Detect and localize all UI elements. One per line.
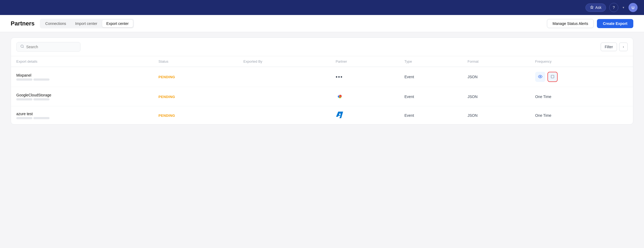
export-sub (16, 78, 148, 81)
page-title: Partners (11, 20, 34, 27)
tab-group: Connections Import center Export center (40, 19, 134, 28)
col-frequency: Frequency (530, 56, 633, 67)
sub-pill-2 (33, 78, 49, 81)
format-cell: JSON (462, 67, 530, 87)
filter-section: Filter ‹ (601, 43, 628, 51)
exports-table: Export details Status Exported By Partne… (11, 56, 633, 124)
status-cell: PENDING (153, 106, 238, 125)
svg-rect-3 (551, 75, 554, 78)
stop-icon (551, 75, 554, 79)
chevron-left-icon: ‹ (623, 45, 624, 49)
sub-pill-1 (16, 117, 32, 119)
table-toolbar: Filter ‹ (11, 38, 633, 56)
table-header-row: Export details Status Exported By Partne… (11, 56, 633, 67)
export-details-cell: Mixpanel (11, 67, 153, 87)
format-cell: JSON (462, 87, 530, 106)
search-wrapper (16, 42, 80, 52)
filter-button[interactable]: Filter (601, 43, 617, 51)
sub-pill-1 (16, 98, 32, 100)
col-exported-by: Exported By (238, 56, 330, 67)
eye-icon (538, 74, 542, 80)
help-button[interactable]: ? (609, 3, 618, 12)
table-wrapper: Export details Status Exported By Partne… (11, 56, 633, 124)
tab-connections[interactable]: Connections (41, 20, 70, 27)
svg-point-6 (339, 97, 341, 98)
ask-label: Ask (595, 5, 601, 10)
create-export-button[interactable]: Create Export (597, 19, 633, 28)
status-cell: PENDING (153, 87, 238, 106)
export-name: azure test (16, 112, 148, 116)
avatar-label: U (632, 5, 635, 10)
format-cell: JSON (462, 106, 530, 125)
export-details-cell: GoogleCloudStorage (11, 87, 153, 106)
frequency-cell: One Time (530, 106, 633, 125)
azure-icon (336, 111, 343, 119)
view-button[interactable] (535, 72, 545, 82)
page-header: Partners Connections Import center Expor… (0, 15, 644, 32)
col-format: Format (462, 56, 530, 67)
export-name: GoogleCloudStorage (16, 93, 148, 97)
svg-point-2 (540, 76, 541, 77)
sub-pill-2 (33, 98, 49, 100)
gcs-icon (336, 92, 344, 100)
exported-by-cell (238, 67, 330, 87)
exported-by-cell (238, 106, 330, 125)
sub-pill-2 (33, 117, 49, 119)
col-status: Status (153, 56, 238, 67)
page-header-right: Manage Status Alerts Create Export (547, 19, 633, 28)
export-table-container: Filter ‹ Export details Status Exported … (11, 37, 633, 125)
top-navigation: Ask ? ▾ U (0, 0, 644, 15)
table-row: GoogleCloudStorage PENDING (11, 87, 633, 106)
frequency-cell: One Time (530, 87, 633, 106)
chevron-down-icon: ▾ (623, 6, 624, 9)
col-partner: Partner (330, 56, 399, 67)
ask-button[interactable]: Ask (585, 3, 606, 12)
manage-status-alerts-button[interactable]: Manage Status Alerts (547, 19, 594, 28)
user-avatar-button[interactable]: U (628, 3, 638, 12)
svg-point-0 (21, 45, 23, 47)
col-export-details: Export details (11, 56, 153, 67)
stop-button[interactable] (547, 72, 558, 82)
status-badge: PENDING (159, 95, 175, 99)
table-row: azure test PENDING (11, 106, 633, 125)
type-cell: Event (399, 106, 462, 125)
partner-icon-dots: ••• (336, 74, 343, 80)
status-badge: PENDING (159, 114, 175, 118)
export-details-cell: azure test (11, 106, 153, 125)
type-cell: Event (399, 87, 462, 106)
main-content: Filter ‹ Export details Status Exported … (0, 32, 644, 130)
partner-cell (330, 106, 399, 125)
partner-cell: ••• (330, 67, 399, 87)
partner-cell (330, 87, 399, 106)
sub-pill-1 (16, 78, 32, 81)
tab-import-center[interactable]: Import center (71, 20, 101, 27)
export-name: Mixpanel (16, 73, 148, 77)
sparkle-icon (590, 5, 594, 10)
export-sub (16, 98, 148, 100)
frequency-cell (530, 67, 633, 87)
status-badge: PENDING (159, 75, 175, 79)
exported-by-cell (238, 87, 330, 106)
page-header-left: Partners Connections Import center Expor… (11, 19, 134, 28)
col-type: Type (399, 56, 462, 67)
row-actions (535, 72, 628, 82)
svg-line-1 (23, 47, 24, 48)
help-icon: ? (613, 5, 615, 10)
export-sub (16, 117, 148, 119)
search-icon (20, 44, 24, 49)
type-cell: Event (399, 67, 462, 87)
status-cell: PENDING (153, 67, 238, 87)
search-input[interactable] (26, 45, 76, 49)
nav-chevron-button[interactable]: ▾ (622, 5, 625, 10)
collapse-button[interactable]: ‹ (619, 43, 628, 51)
tab-export-center[interactable]: Export center (102, 20, 133, 27)
table-row: Mixpanel PENDING ••• (11, 67, 633, 87)
